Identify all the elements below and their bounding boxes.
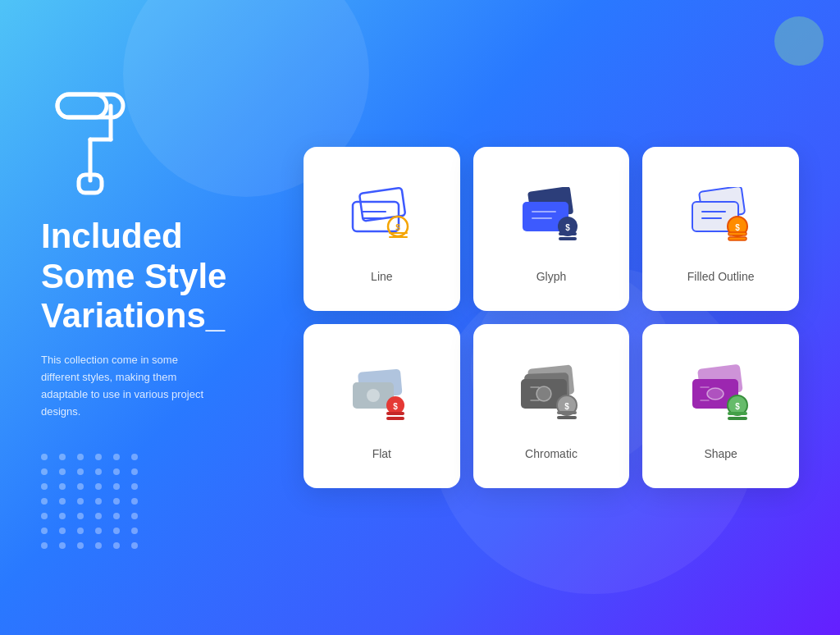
dot <box>59 468 66 475</box>
card-chromatic-label: Chromatic <box>525 447 578 460</box>
card-line-label: Line <box>371 270 392 283</box>
dot <box>59 513 66 519</box>
dot <box>41 513 48 519</box>
card-flat-label: Flat <box>372 447 391 460</box>
svg-rect-35 <box>386 412 404 415</box>
svg-rect-1 <box>57 94 107 117</box>
svg-point-40 <box>536 386 551 401</box>
card-line[interactable]: $ Line <box>304 147 460 311</box>
dot <box>131 513 138 519</box>
svg-rect-36 <box>386 417 404 420</box>
svg-point-32 <box>367 389 380 402</box>
card-shape[interactable]: $ Shape <box>642 324 799 488</box>
dot <box>59 528 66 534</box>
dot <box>41 498 48 505</box>
svg-text:$: $ <box>564 402 569 411</box>
dot <box>131 542 138 549</box>
dot <box>131 483 138 490</box>
dot <box>113 513 120 519</box>
line-icon: $ <box>340 183 422 257</box>
svg-rect-45 <box>557 411 577 414</box>
chromatic-icon: $ <box>510 360 592 434</box>
dot <box>41 468 48 475</box>
svg-text:$: $ <box>565 223 570 232</box>
shape-icon: $ <box>680 360 762 434</box>
dot <box>95 513 102 519</box>
dot <box>95 498 102 505</box>
svg-rect-28 <box>728 232 746 235</box>
card-shape-label: Shape <box>704 447 737 460</box>
dot <box>77 513 84 519</box>
dot <box>131 498 138 505</box>
dot <box>95 468 102 475</box>
dot <box>41 542 48 549</box>
dot <box>95 542 102 549</box>
svg-rect-0 <box>57 94 123 117</box>
filled-outline-icon: $ <box>680 183 762 257</box>
dot <box>95 454 102 460</box>
dot <box>77 454 84 460</box>
dot <box>41 454 48 460</box>
card-chromatic[interactable]: $ Chromatic <box>473 324 630 488</box>
svg-rect-29 <box>728 237 746 240</box>
dot <box>95 528 102 534</box>
flat-icon: $ <box>340 360 422 434</box>
svg-rect-46 <box>557 416 577 419</box>
dot <box>95 483 102 490</box>
svg-rect-21 <box>559 237 577 240</box>
card-glyph[interactable]: $ Glyph <box>473 147 630 311</box>
dot <box>59 454 66 460</box>
dot <box>131 454 138 460</box>
shape-blob <box>774 16 824 66</box>
svg-rect-20 <box>559 232 577 235</box>
svg-text:$: $ <box>735 223 740 232</box>
card-glyph-label: Glyph <box>536 270 567 283</box>
dot <box>113 528 120 534</box>
dot <box>77 542 84 549</box>
dot <box>77 528 84 534</box>
card-filled-outline[interactable]: $ Filled Outline <box>642 147 799 311</box>
card-filled-outline-label: Filled Outline <box>687 270 755 283</box>
dot <box>113 483 120 490</box>
dots-grid <box>41 454 271 549</box>
svg-rect-55 <box>728 417 747 420</box>
dot <box>59 498 66 505</box>
dot <box>131 528 138 534</box>
dot <box>77 498 84 505</box>
dot <box>77 468 84 475</box>
svg-text:$: $ <box>394 402 399 411</box>
dot <box>41 483 48 490</box>
svg-text:$: $ <box>396 223 401 232</box>
dot <box>77 483 84 490</box>
main-title: Included Some Style Variations_ <box>41 217 271 336</box>
dot <box>59 483 66 490</box>
dot <box>113 454 120 460</box>
left-panel: Included Some Style Variations_ This col… <box>41 86 271 548</box>
svg-rect-54 <box>728 412 747 415</box>
dot <box>113 468 120 475</box>
svg-point-49 <box>707 388 724 400</box>
main-container: Included Some Style Variations_ This col… <box>0 0 840 635</box>
dot <box>113 498 120 505</box>
dot <box>113 542 120 549</box>
dot <box>59 542 66 549</box>
paint-roller-icon <box>41 86 271 200</box>
style-cards-grid: $ Line <box>304 147 799 488</box>
dot <box>41 528 48 534</box>
description-text: This collection come in some different s… <box>41 352 205 420</box>
glyph-icon: $ <box>510 183 592 257</box>
dot <box>131 468 138 475</box>
svg-text:$: $ <box>735 402 740 411</box>
card-flat[interactable]: $ Flat <box>304 324 460 488</box>
